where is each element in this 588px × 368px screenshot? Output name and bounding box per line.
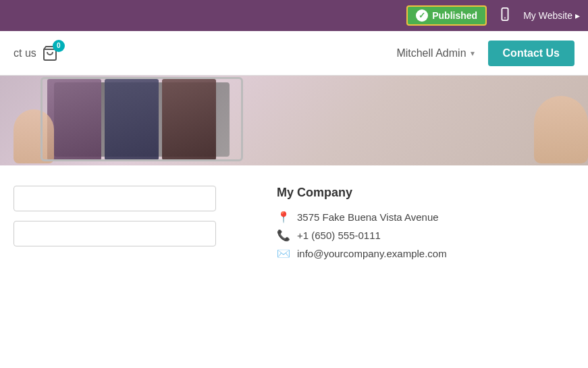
mywebsite-label: My Website: [523, 10, 572, 21]
location-icon: 📍: [277, 211, 290, 224]
phone-icon: 📞: [277, 229, 290, 242]
form-input-1[interactable]: [14, 186, 216, 211]
mobile-icon[interactable]: [498, 7, 512, 25]
company-address: 3575 Fake Buena Vista Avenue: [297, 211, 439, 223]
company-email: info@yourcompany.example.com: [297, 248, 447, 259]
tablet-frame: [41, 77, 243, 161]
site-nav: ct us 0 Mitchell Admin ▾ Contact Us: [0, 31, 588, 76]
phone-row: 📞 +1 (650) 555-0111: [277, 229, 568, 242]
cart-badge: 0: [53, 40, 65, 52]
email-row: ✉️ info@yourcompany.example.com: [277, 247, 568, 260]
hero-image: [0, 76, 588, 165]
address-row: 📍 3575 Fake Buena Vista Avenue: [277, 211, 568, 224]
form-input-2[interactable]: [14, 221, 216, 246]
contact-us-button[interactable]: Contact Us: [488, 41, 574, 66]
cart-icon-wrap[interactable]: 0: [42, 45, 58, 61]
published-label: Published: [432, 10, 477, 21]
company-name: My Company: [277, 186, 568, 200]
company-phone: +1 (650) 555-0111: [297, 230, 381, 241]
company-info-side: My Company 📍 3575 Fake Buena Vista Avenu…: [257, 186, 588, 307]
admin-bar: Published My Website ▸: [0, 0, 588, 31]
user-chevron-icon: ▾: [471, 49, 475, 58]
nav-left: ct us 0: [14, 45, 58, 61]
nav-text: ct us: [14, 47, 36, 59]
nav-user[interactable]: Mitchell Admin ▾: [396, 47, 474, 59]
published-badge[interactable]: Published: [406, 5, 487, 26]
contact-form-side: [0, 186, 257, 307]
mywebsite-chevron-icon: ▸: [575, 10, 580, 21]
hand-right: [534, 96, 588, 163]
content-section: My Company 📍 3575 Fake Buena Vista Avenu…: [0, 165, 588, 321]
svg-point-1: [504, 17, 506, 18]
email-icon: ✉️: [277, 247, 290, 260]
user-name: Mitchell Admin: [396, 47, 466, 59]
published-check-icon: [416, 9, 428, 22]
mywebsite-link[interactable]: My Website ▸: [523, 10, 580, 21]
